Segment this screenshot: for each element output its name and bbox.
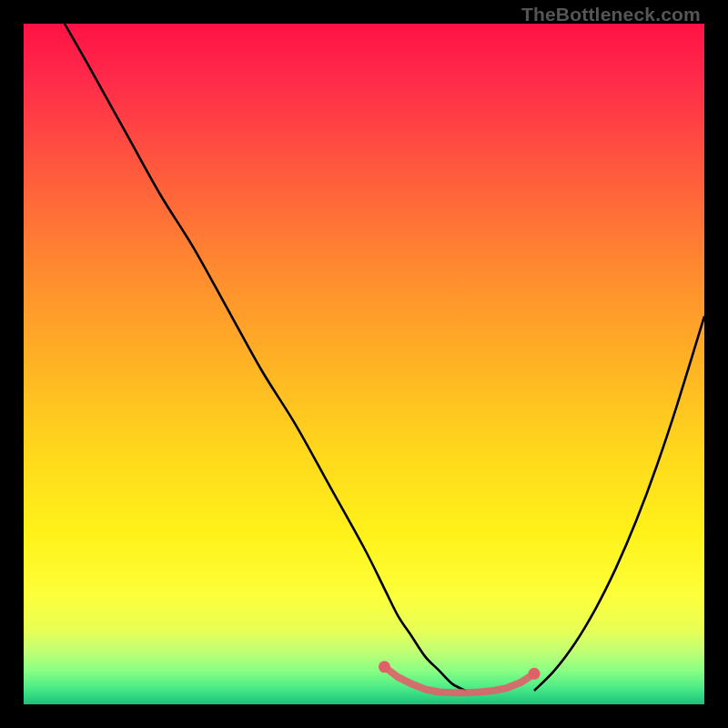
watermark-text: TheBottleneck.com <box>521 4 701 25</box>
bottom-dot <box>379 661 390 672</box>
plot-area <box>24 24 704 704</box>
chart-container: TheBottleneck.com <box>0 0 728 728</box>
bottom-dot <box>529 668 541 680</box>
left-curve <box>65 24 466 691</box>
right-curve <box>534 317 704 691</box>
curve-layer <box>24 24 704 704</box>
